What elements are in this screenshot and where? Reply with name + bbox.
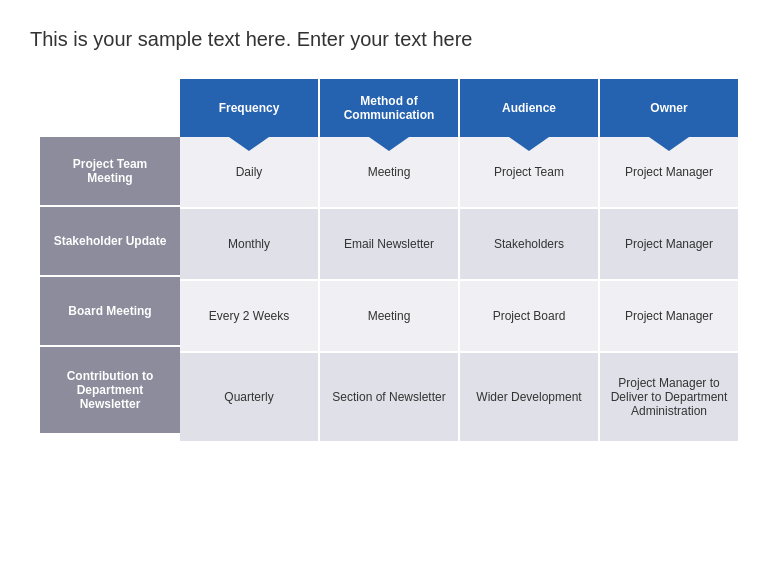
table-row: Monthly Email Newsletter Stakeholders Pr… — [180, 209, 738, 281]
header-frequency: Frequency — [180, 79, 318, 137]
cell-r4-audience: Wider Development — [460, 353, 598, 441]
cell-r2-audience: Stakeholders — [460, 209, 598, 279]
row-label-1: Project Team Meeting — [40, 137, 180, 207]
cell-r3-frequency: Every 2 Weeks — [180, 281, 318, 351]
table-row: Quarterly Section of Newsletter Wider De… — [180, 353, 738, 443]
header-owner: Owner — [600, 79, 738, 137]
cell-r4-frequency: Quarterly — [180, 353, 318, 441]
cell-r2-frequency: Monthly — [180, 209, 318, 279]
page-title: This is your sample text here. Enter you… — [30, 28, 738, 51]
data-table: Frequency Method of Communication Audien… — [180, 79, 738, 443]
header-row: Frequency Method of Communication Audien… — [180, 79, 738, 137]
cell-r4-owner: Project Manager to Deliver to Department… — [600, 353, 738, 441]
table-row: Every 2 Weeks Meeting Project Board Proj… — [180, 281, 738, 353]
row-labels: Project Team Meeting Stakeholder Update … — [40, 137, 180, 443]
data-rows: Daily Meeting Project Team Project Manag… — [180, 137, 738, 443]
row-label-2: Stakeholder Update — [40, 207, 180, 277]
cell-r2-owner: Project Manager — [600, 209, 738, 279]
cell-r3-audience: Project Board — [460, 281, 598, 351]
cell-r3-owner: Project Manager — [600, 281, 738, 351]
table-wrapper: Project Team Meeting Stakeholder Update … — [40, 79, 738, 443]
page-container: This is your sample text here. Enter you… — [0, 0, 768, 463]
cell-r3-method: Meeting — [320, 281, 458, 351]
header-audience: Audience — [460, 79, 598, 137]
cell-r4-method: Section of Newsletter — [320, 353, 458, 441]
row-label-4: Contribution to Department Newsletter — [40, 347, 180, 435]
cell-r2-method: Email Newsletter — [320, 209, 458, 279]
row-label-3: Board Meeting — [40, 277, 180, 347]
header-method: Method of Communication — [320, 79, 458, 137]
